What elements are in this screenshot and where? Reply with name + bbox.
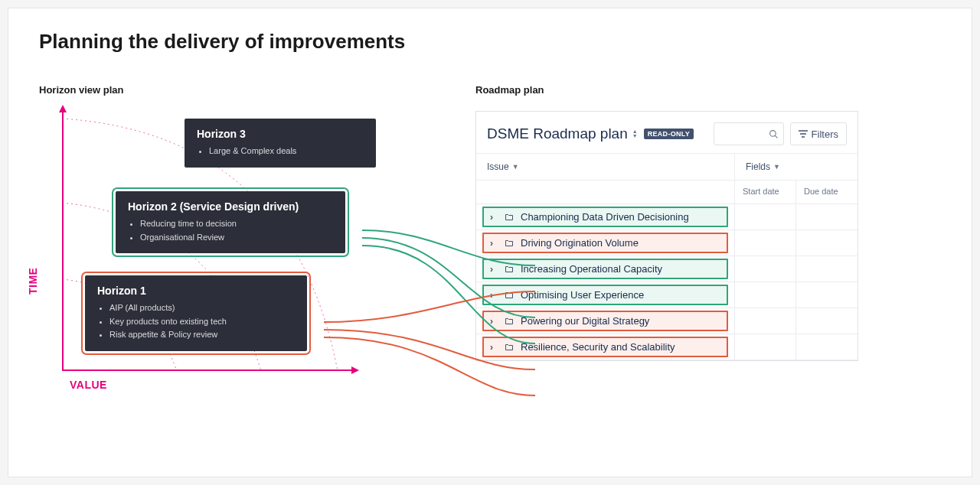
folder-icon (504, 343, 514, 352)
horizon-3-title: Horizon 3 (197, 128, 364, 140)
search-icon (769, 129, 779, 139)
horizon-3-list: Large & Complex deals (197, 145, 364, 158)
axis-x-label: VALUE (70, 379, 107, 391)
chevron-right-icon[interactable]: › (490, 290, 498, 301)
start-date-cell (735, 230, 796, 256)
list-item: AIP (All products) (109, 301, 295, 315)
issue-chip[interactable]: ›Driving Origination Volume (482, 233, 728, 253)
folder-icon (504, 213, 514, 222)
list-item: Reducing time to decision (140, 217, 333, 231)
table-row: ›Driving Origination Volume (476, 230, 858, 256)
svg-point-0 (769, 130, 776, 136)
issue-chip[interactable]: ›Increasing Operational Capacity (482, 259, 728, 279)
folder-icon (504, 239, 514, 248)
page-title: Planning the delivery of improvements (39, 30, 941, 54)
table-row: ›Powering our Digital Strategy (476, 308, 858, 334)
horizon-1-list: AIP (All products) Key products onto exi… (97, 301, 295, 342)
roadmap-header: DSME Roadmap plan ▲▼ READ-ONLY Filters (476, 112, 858, 154)
folder-icon (504, 317, 514, 326)
folder-icon (504, 265, 514, 274)
roadmap-title-wrap[interactable]: DSME Roadmap plan ▲▼ (487, 125, 638, 142)
chevron-down-icon: ▼ (512, 163, 519, 171)
axis-y (62, 111, 64, 371)
filter-icon (799, 130, 808, 138)
due-date-cell (796, 334, 858, 360)
column-fields[interactable]: Fields ▼ (735, 154, 858, 180)
start-date-cell (735, 308, 796, 334)
due-date-cell (796, 256, 858, 282)
table-row: ›Optimising User Experience (476, 282, 858, 308)
issue-cell: ›Optimising User Experience (476, 282, 735, 308)
sort-arrows-icon: ▲▼ (632, 129, 638, 138)
issue-chip[interactable]: ›Powering our Digital Strategy (482, 311, 728, 331)
horizon-2-card: Horizon 2 (Service Design driven) Reduci… (116, 191, 345, 253)
start-date-cell (735, 334, 796, 360)
issue-chip[interactable]: ›Optimising User Experience (482, 285, 728, 305)
horizon-2-title: Horizon 2 (Service Design driven) (128, 200, 333, 213)
axis-x (62, 369, 353, 371)
issue-cell: ›Driving Origination Volume (476, 230, 735, 256)
issue-label: Championing Data Driven Decisioning (521, 211, 689, 223)
due-date-cell (796, 230, 858, 256)
list-item: Large & Complex deals (209, 145, 364, 158)
section-label-left: Horizon view plan (39, 84, 475, 96)
issue-chip[interactable]: ›Championing Data Driven Decisioning (482, 207, 728, 227)
roadmap-section: Roadmap plan DSME Roadmap plan ▲▼ READ-O… (475, 84, 941, 402)
column-start-date: Start date (735, 181, 796, 203)
issue-label: Optimising User Experience (521, 289, 644, 301)
filters-button[interactable]: Filters (790, 122, 847, 145)
horizon-1-title: Horizon 1 (97, 285, 295, 297)
table-row: ›Increasing Operational Capacity (476, 256, 858, 282)
horizon-chart: VALUE TIME Horizon 3 Large & Complex dea… (47, 111, 475, 402)
column-due-date: Due date (796, 181, 858, 203)
start-date-cell (735, 204, 796, 229)
folder-icon (504, 291, 514, 300)
roadmap-column-header: Issue ▼ Fields ▼ (476, 154, 858, 181)
roadmap-dates-header: Start date Due date (476, 181, 858, 204)
list-item: Key products onto existing tech (109, 315, 295, 329)
issue-label: Resilience, Security and Scalability (521, 341, 675, 353)
roadmap-title-text: DSME Roadmap plan (487, 125, 628, 142)
due-date-cell (796, 282, 858, 308)
axis-y-label: TIME (27, 268, 39, 295)
column-issue[interactable]: Issue ▼ (476, 154, 735, 180)
list-item: Organisational Review (140, 231, 333, 245)
search-input[interactable] (714, 122, 784, 145)
due-date-cell (796, 308, 858, 334)
readonly-badge: READ-ONLY (644, 129, 694, 139)
svg-line-1 (775, 135, 777, 138)
issue-label: Increasing Operational Capacity (521, 263, 662, 275)
issue-label: Driving Origination Volume (521, 237, 639, 249)
issue-cell: ›Powering our Digital Strategy (476, 308, 735, 334)
chevron-right-icon[interactable]: › (490, 264, 498, 275)
due-date-cell (796, 204, 858, 229)
issue-label: Powering our Digital Strategy (521, 315, 649, 327)
chevron-down-icon: ▼ (773, 163, 780, 171)
issue-cell: ›Resilience, Security and Scalability (476, 334, 735, 360)
horizon-view-section: Horizon view plan VALUE TIME Horizon 3 L… (39, 84, 475, 402)
start-date-cell (735, 256, 796, 282)
issue-chip[interactable]: ›Resilience, Security and Scalability (482, 337, 728, 357)
blank-cell (476, 181, 735, 203)
chevron-right-icon[interactable]: › (490, 212, 498, 223)
start-date-cell (735, 282, 796, 308)
issue-cell: ›Championing Data Driven Decisioning (476, 204, 735, 229)
filters-label: Filters (812, 129, 838, 140)
chevron-right-icon[interactable]: › (490, 238, 498, 249)
column-fields-label: Fields (746, 161, 770, 172)
slide-frame: Planning the delivery of improvements Ho… (8, 8, 972, 477)
list-item: Risk appetite & Policy review (109, 328, 295, 342)
chevron-right-icon[interactable]: › (490, 342, 498, 353)
section-label-right: Roadmap plan (475, 84, 941, 96)
horizon-2-list: Reducing time to decision Organisational… (128, 217, 333, 244)
issue-cell: ›Increasing Operational Capacity (476, 256, 735, 282)
column-issue-label: Issue (487, 161, 509, 172)
chevron-right-icon[interactable]: › (490, 316, 498, 327)
roadmap-panel: DSME Roadmap plan ▲▼ READ-ONLY Filters I… (475, 111, 858, 361)
issue-rows: ›Championing Data Driven Decisioning›Dri… (476, 204, 858, 360)
horizon-3-card: Horizon 3 Large & Complex deals (185, 119, 376, 168)
columns: Horizon view plan VALUE TIME Horizon 3 L… (39, 84, 941, 402)
table-row: ›Resilience, Security and Scalability (476, 334, 858, 360)
table-row: ›Championing Data Driven Decisioning (476, 204, 858, 230)
horizon-1-card: Horizon 1 AIP (All products) Key product… (85, 275, 307, 351)
